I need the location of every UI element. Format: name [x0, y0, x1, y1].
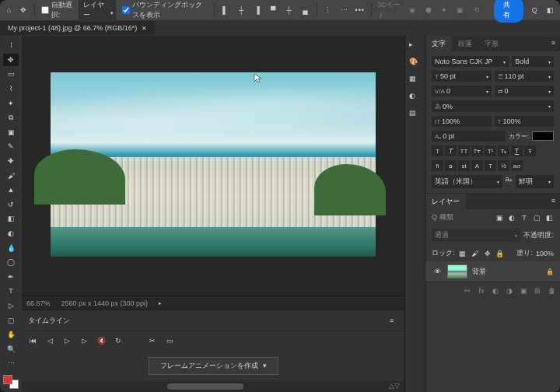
- group-icon[interactable]: ▣: [518, 285, 529, 296]
- underline-button[interactable]: T: [511, 145, 523, 156]
- tracking-field[interactable]: ⇄0: [495, 86, 555, 96]
- foreground-color[interactable]: [3, 375, 12, 384]
- layer-mask-icon[interactable]: ◐: [490, 285, 501, 296]
- align-center-v-icon[interactable]: ┼: [285, 4, 295, 16]
- lasso-tool[interactable]: ⌇: [3, 82, 19, 96]
- allcaps-button[interactable]: TT: [458, 145, 470, 156]
- type-tool[interactable]: T: [3, 285, 19, 298]
- color-swatches[interactable]: [3, 375, 19, 389]
- ligatures-button[interactable]: fi: [432, 160, 443, 171]
- font-style-select[interactable]: Bold: [512, 56, 554, 67]
- filter-type-label[interactable]: Q 種類: [432, 212, 453, 222]
- next-frame-icon[interactable]: ▷: [79, 336, 89, 345]
- show-bbox-checkbox[interactable]: バウンディングボックスを表示: [122, 0, 207, 20]
- tab-paragraph[interactable]: 段落: [452, 36, 478, 51]
- distribute-v-icon[interactable]: ⋯: [339, 4, 349, 16]
- hand-tool[interactable]: ✋: [3, 328, 19, 341]
- lock-icon[interactable]: 🔒: [546, 268, 554, 275]
- panel-menu-icon[interactable]: ≡: [547, 194, 560, 209]
- path-tool[interactable]: ▷: [3, 299, 19, 313]
- audio-icon[interactable]: 🔇: [96, 336, 106, 345]
- 3d-icon-4[interactable]: ▣: [456, 4, 466, 16]
- align-center-h-icon[interactable]: ┼: [236, 4, 247, 16]
- timeline-scrollbar[interactable]: △▽: [22, 381, 404, 392]
- strikethrough-button[interactable]: Ŧ: [524, 145, 536, 156]
- eraser-tool[interactable]: ◧: [3, 212, 19, 226]
- italic-button[interactable]: T: [445, 145, 457, 156]
- horizontal-scale-field[interactable]: T100%: [495, 116, 555, 127]
- align-right-icon[interactable]: ▐: [252, 4, 262, 16]
- document-info[interactable]: 2560 px x 1440 px (300 ppi): [61, 299, 149, 307]
- history-brush-tool[interactable]: ↺: [3, 198, 19, 212]
- timeline-zoom-icon[interactable]: △▽: [389, 382, 400, 390]
- leading-field[interactable]: ☰110 pt: [495, 71, 555, 82]
- frame-tool[interactable]: ▣: [3, 126, 19, 139]
- pen-tool[interactable]: ✒: [3, 271, 19, 284]
- transition-icon[interactable]: ▭: [165, 336, 174, 345]
- home-icon[interactable]: ⌂: [5, 5, 13, 16]
- layer-thumbnail[interactable]: [447, 264, 467, 278]
- edit-toolbar[interactable]: ⋯: [3, 357, 19, 370]
- magic-wand-tool[interactable]: ✦: [3, 96, 19, 110]
- 3d-icon-1[interactable]: ◉: [408, 4, 418, 16]
- ordinals-button[interactable]: T: [485, 160, 496, 171]
- filter-smart-icon[interactable]: ◧: [544, 213, 554, 222]
- create-frame-animation-button[interactable]: フレームアニメーションを作成 ▾: [149, 357, 278, 375]
- tab-layers[interactable]: レイヤー: [425, 194, 466, 209]
- contextual-button[interactable]: ᴏ: [445, 160, 457, 171]
- split-icon[interactable]: ✂: [148, 336, 157, 345]
- dock-expand-icon[interactable]: ▸: [409, 40, 422, 53]
- vertical-scale-field[interactable]: IT100%: [432, 116, 492, 127]
- libraries-panel-icon[interactable]: ▤: [409, 109, 422, 121]
- blur-tool[interactable]: 💧: [3, 241, 19, 254]
- bold-button[interactable]: T: [432, 145, 443, 156]
- dodge-tool[interactable]: ◯: [3, 256, 19, 269]
- fill-value[interactable]: 100%: [536, 250, 554, 257]
- panel-menu-icon[interactable]: ≡: [385, 313, 398, 327]
- smallcaps-button[interactable]: Tᴛ: [471, 145, 483, 156]
- 3d-icon-5[interactable]: ⟲: [471, 4, 481, 16]
- visibility-icon[interactable]: 👁: [432, 268, 443, 275]
- panel-menu-icon[interactable]: ≡: [547, 36, 560, 51]
- brush-tool[interactable]: 🖌: [3, 169, 19, 182]
- align-left-icon[interactable]: ▌: [220, 4, 230, 16]
- ot-button[interactable]: aσ: [511, 160, 523, 171]
- document-tab[interactable]: My project-1 (48).jpg @ 66.7% (RGB/16*) …: [0, 21, 155, 35]
- superscript-button[interactable]: T¹: [485, 145, 496, 156]
- kerning-field[interactable]: V/A0: [432, 86, 492, 96]
- prev-frame-icon[interactable]: ◁: [45, 336, 54, 345]
- layer-name[interactable]: 背景: [472, 267, 486, 277]
- swatches-panel-icon[interactable]: ▦: [409, 75, 422, 87]
- antialiasing-select[interactable]: 鮮明: [516, 175, 554, 188]
- lock-all-icon[interactable]: 🔒: [495, 249, 505, 258]
- baseline-shift-field[interactable]: Aₐ0 pt: [432, 131, 506, 142]
- stylistic-button[interactable]: st: [458, 160, 470, 171]
- subscript-button[interactable]: T₁: [498, 145, 509, 156]
- auto-select-checkbox[interactable]: 自動選択:: [41, 0, 72, 20]
- filter-shape-icon[interactable]: ▢: [532, 213, 541, 222]
- canvas-viewport[interactable]: [22, 36, 404, 296]
- blend-mode-select[interactable]: 通過: [432, 229, 520, 242]
- swash-button[interactable]: A: [471, 160, 483, 171]
- info-menu-icon[interactable]: ▸: [159, 300, 162, 306]
- first-frame-icon[interactable]: ⏮: [28, 336, 37, 345]
- stamp-tool[interactable]: ▲: [3, 184, 19, 197]
- lock-transparency-icon[interactable]: ▦: [458, 249, 467, 258]
- eyedropper-tool[interactable]: ✎: [3, 140, 19, 153]
- crop-tool[interactable]: ⧉: [3, 111, 19, 124]
- auto-select-target[interactable]: レイヤー: [79, 0, 116, 22]
- vscale-field[interactable]: あ0%: [432, 100, 554, 112]
- text-color-swatch[interactable]: [532, 131, 554, 141]
- adjustment-layer-icon[interactable]: ◑: [504, 285, 515, 296]
- move-tool[interactable]: ✥: [3, 54, 19, 67]
- filter-pixel-icon[interactable]: ▣: [495, 213, 504, 222]
- lock-pixels-icon[interactable]: 🖌: [471, 249, 480, 258]
- marquee-tool[interactable]: ▭: [3, 68, 19, 81]
- align-bottom-icon[interactable]: ▄: [300, 4, 310, 16]
- adjustments-panel-icon[interactable]: ◐: [409, 92, 422, 104]
- distribute-h-icon[interactable]: ⋮: [323, 4, 333, 16]
- play-icon[interactable]: ▷: [62, 336, 72, 345]
- healing-tool[interactable]: ✚: [3, 155, 19, 168]
- search-icon[interactable]: Q: [530, 4, 540, 16]
- layer-style-icon[interactable]: fx: [476, 285, 487, 296]
